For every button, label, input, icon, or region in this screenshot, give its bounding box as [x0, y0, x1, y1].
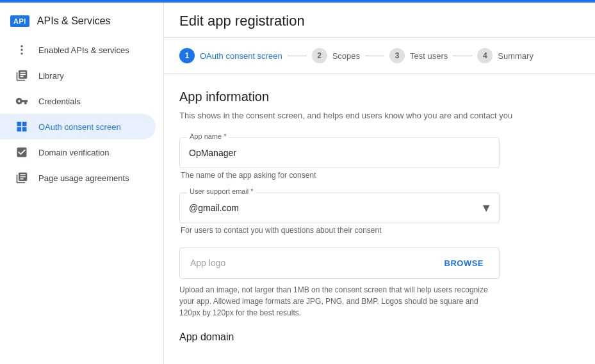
sidebar-item-label: Credentials — [38, 97, 81, 106]
step-1-number: 1 — [179, 48, 195, 63]
step-4-label: Summary — [498, 51, 534, 61]
step-divider-1 — [288, 56, 307, 56]
step-divider-2 — [365, 56, 384, 56]
step-2-number: 2 — [312, 48, 327, 63]
sidebar-item-domain-verification[interactable]: Domain verification — [0, 139, 156, 165]
app-name-input[interactable] — [179, 138, 500, 168]
user-support-email-select[interactable]: @gmail.com — [179, 193, 500, 223]
sidebar-nav: Enabled APIs & services Library Credenti… — [0, 37, 163, 191]
svg-point-2 — [20, 52, 22, 54]
step-4-number: 4 — [477, 48, 493, 63]
page-title: Edit app registration — [179, 13, 580, 29]
api-badge: API — [10, 15, 29, 27]
app-name-hint: The name of the app asking for consent — [179, 171, 580, 180]
sidebar-item-page-usage[interactable]: Page usage agreements — [0, 165, 156, 191]
upload-hint: Upload an image, not larger than 1MB on … — [179, 284, 500, 319]
section-title: App information — [179, 90, 580, 104]
section-desc: This shows in the consent screen, and he… — [179, 109, 580, 122]
stepper: 1 OAuth consent screen 2 Scopes 3 Test u… — [164, 38, 595, 74]
step-3-label: Test users — [410, 51, 448, 61]
user-support-email-field: User support email * @gmail.com ▼ For us… — [179, 193, 580, 235]
sidebar-item-label: Library — [38, 71, 64, 81]
sidebar-item-credentials[interactable]: Credentials — [0, 88, 156, 114]
browse-button[interactable]: BROWSE — [439, 256, 489, 271]
sidebar-item-label: Domain verification — [38, 148, 110, 157]
form-area: App information This shows in the consen… — [164, 74, 595, 358]
main-content: Edit app registration 1 OAuth consent sc… — [164, 3, 595, 364]
step-2-label: Scopes — [332, 51, 360, 61]
svg-point-0 — [20, 49, 22, 51]
step-1-label: OAuth consent screen — [200, 51, 282, 61]
sidebar-item-label: OAuth consent screen — [38, 122, 121, 132]
user-support-email-wrapper: @gmail.com ▼ — [179, 193, 500, 223]
app-domain-title: App domain — [179, 331, 580, 343]
upload-box: App logo BROWSE — [179, 248, 500, 279]
step-3-number: 3 — [389, 48, 405, 63]
user-support-email-hint: For users to contact you with questions … — [179, 226, 580, 235]
app-logo-field: App logo BROWSE Upload an image, not lar… — [179, 248, 580, 319]
app-logo-label: App logo — [190, 258, 225, 268]
sidebar-item-oauth-consent[interactable]: OAuth consent screen — [0, 114, 156, 139]
page-header: Edit app registration — [164, 3, 595, 38]
enabled-apis-icon — [15, 44, 28, 56]
oauth-icon — [15, 120, 28, 133]
user-support-email-label: User support email * — [187, 187, 256, 195]
sidebar-header: API APIs & Services — [0, 8, 163, 37]
app-name-label: App name * — [187, 132, 229, 140]
app-name-field: App name * The name of the app asking fo… — [179, 138, 580, 180]
sidebar: API APIs & Services Enabled APIs & servi… — [0, 3, 164, 364]
library-icon — [15, 69, 28, 82]
sidebar-item-label: Enabled APIs & services — [38, 45, 129, 55]
domain-icon — [15, 146, 28, 159]
svg-point-1 — [20, 45, 22, 47]
step-divider-3 — [453, 56, 472, 56]
sidebar-item-enabled-apis[interactable]: Enabled APIs & services — [0, 37, 156, 63]
credentials-icon — [15, 95, 28, 107]
step-2[interactable]: 2 Scopes — [312, 48, 360, 63]
sidebar-item-library[interactable]: Library — [0, 63, 156, 88]
step-1[interactable]: 1 OAuth consent screen — [179, 48, 282, 63]
sidebar-title: APIs & Services — [37, 15, 111, 27]
step-4[interactable]: 4 Summary — [477, 48, 534, 63]
sidebar-item-label: Page usage agreements — [38, 173, 129, 183]
step-3[interactable]: 3 Test users — [389, 48, 448, 63]
page-usage-icon — [15, 171, 28, 184]
